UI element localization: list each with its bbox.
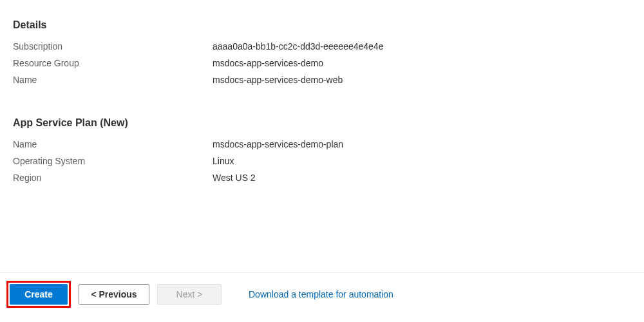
plan-row-name: Name msdocs-app-services-demo-plan [13, 139, 631, 149]
create-button-highlight: Create [6, 281, 71, 308]
detail-row-name: Name msdocs-app-services-demo-web [13, 75, 631, 85]
main-content: Details Subscription aaaa0a0a-bb1b-cc2c-… [0, 0, 644, 183]
name-value: msdocs-app-services-demo-web [213, 75, 343, 85]
plan-name-label: Name [13, 139, 213, 149]
details-heading: Details [13, 19, 631, 31]
footer-bar: Create < Previous Next > Download a temp… [0, 272, 644, 316]
app-service-plan-section: App Service Plan (New) Name msdocs-app-s… [13, 117, 631, 183]
plan-name-value: msdocs-app-services-demo-plan [213, 139, 343, 149]
app-service-plan-heading: App Service Plan (New) [13, 117, 631, 129]
detail-row-subscription: Subscription aaaa0a0a-bb1b-cc2c-dd3d-eee… [13, 41, 631, 52]
next-button: Next > [157, 284, 222, 305]
name-label: Name [13, 75, 213, 85]
create-button[interactable]: Create [10, 284, 68, 305]
subscription-label: Subscription [13, 41, 213, 52]
plan-row-region: Region West US 2 [13, 173, 631, 183]
resource-group-label: Resource Group [13, 58, 213, 68]
plan-os-label: Operating System [13, 156, 213, 166]
detail-row-resource-group: Resource Group msdocs-app-services-demo [13, 58, 631, 68]
subscription-value: aaaa0a0a-bb1b-cc2c-dd3d-eeeeee4e4e4e [213, 41, 383, 52]
plan-region-value: West US 2 [213, 173, 256, 183]
details-section: Details Subscription aaaa0a0a-bb1b-cc2c-… [13, 19, 631, 85]
previous-button[interactable]: < Previous [79, 284, 149, 305]
plan-os-value: Linux [213, 156, 234, 166]
plan-region-label: Region [13, 173, 213, 183]
download-template-link[interactable]: Download a template for automation [249, 289, 393, 299]
plan-row-os: Operating System Linux [13, 156, 631, 166]
resource-group-value: msdocs-app-services-demo [213, 58, 323, 68]
